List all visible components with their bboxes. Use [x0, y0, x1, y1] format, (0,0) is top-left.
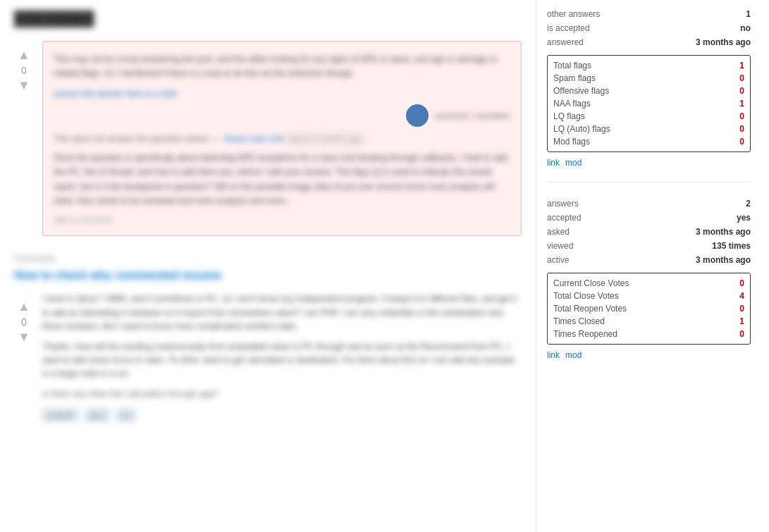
mod-link-top[interactable]: mod: [565, 158, 582, 168]
question-section: How to check why commented resume ▲ 0 ▼ …: [14, 269, 522, 421]
question-tags: android java ios: [42, 409, 522, 421]
sidebar-links-bottom: link mod: [547, 350, 751, 360]
vote-up-icon-2[interactable]: ▲: [18, 299, 30, 314]
vote-count: 0: [21, 65, 27, 76]
question-footer: Is there any other this calculation thro…: [42, 388, 522, 401]
times-reopened-label: Times Reopened: [553, 329, 617, 339]
cv-row-times-closed: Times Closed 1: [553, 315, 744, 328]
link-link-top[interactable]: link: [547, 158, 560, 168]
asked-value: 3 months ago: [696, 227, 751, 237]
answer-block-1: This may not be a truly answering the po…: [42, 41, 522, 236]
stat-other-answers: other answers 1: [547, 7, 751, 21]
mod-flags-label: Mod flags: [553, 137, 590, 147]
naa-flags-label: NAA flags: [553, 99, 591, 109]
vote-down-icon-2[interactable]: ▼: [18, 330, 30, 345]
lq-auto-flags-label: LQ (Auto) flags: [553, 124, 610, 134]
question-code: Thanks. How will the sending continuouse…: [42, 340, 522, 381]
answered-label: answered: [547, 37, 584, 47]
sidebar-links-top: link mod: [547, 158, 751, 168]
flags-row-lq: LQ flags 0: [553, 110, 744, 123]
answer-section-1: ▲ 0 ▼ This may not be a truly answering …: [42, 41, 522, 236]
question-title: How to check why commented resume: [14, 269, 522, 282]
total-flags-value: 1: [739, 61, 744, 70]
flags-row-lq-auto: LQ (Auto) flags 0: [553, 123, 744, 135]
flags-row-offensive: Offensive flags 0: [553, 85, 744, 97]
question-body-wrapper: ▲ 0 ▼ I work in about 7 NMR, and it some…: [42, 292, 522, 421]
total-close-votes-label: Total Close Votes: [553, 291, 619, 301]
cv-row-current: Current Close Votes 0: [553, 277, 744, 290]
vote-area-1: ▲ 0 ▼: [18, 48, 30, 93]
sidebar-section-top: other answers 1 is accepted no answered …: [547, 7, 751, 168]
flags-row-spam: Spam flags 0: [553, 72, 744, 85]
cv-row-reopen: Total Reopen Votes 0: [553, 302, 744, 315]
page-title: ████████: [14, 11, 522, 27]
is-accepted-value: no: [740, 23, 751, 33]
answered-value: 3 months ago: [696, 37, 751, 47]
is-accepted-label: is accepted: [547, 23, 590, 33]
sidebar-divider: [547, 182, 751, 183]
answers-label: answers: [547, 199, 579, 209]
lq-auto-flags-value: 0: [739, 124, 744, 134]
stat-asked: asked 3 months ago: [547, 225, 751, 239]
user-row-1: username • reputation: [54, 104, 510, 127]
user-info-1: username • reputation: [434, 111, 510, 120]
times-closed-value: 1: [739, 316, 744, 326]
stat-answers: answers 2: [547, 197, 751, 211]
stat-accepted: accepted yes: [547, 211, 751, 225]
vote-count-2: 0: [21, 316, 27, 328]
cv-row-times-reopened: Times Reopened 0: [553, 328, 744, 340]
stat-answered: answered 3 months ago: [547, 35, 751, 49]
naa-flags-value: 1: [739, 99, 744, 109]
other-answers-label: other answers: [547, 9, 600, 19]
user-avatar-1: [406, 104, 429, 127]
other-answers-value: 1: [746, 9, 751, 19]
answer-body-long: Since the question is specifically about…: [54, 151, 510, 209]
sidebar-section-bottom: answers 2 accepted yes asked 3 months ag…: [547, 197, 751, 360]
viewed-value: 135 times: [712, 241, 751, 251]
total-reopen-votes-value: 0: [739, 304, 744, 314]
spam-flags-value: 0: [739, 73, 744, 83]
accepted-value: yes: [737, 213, 751, 223]
flags-box: Total flags 1 Spam flags 0 Offensive fla…: [547, 55, 751, 152]
spam-flags-label: Spam flags: [553, 73, 596, 83]
offensive-flags-label: Offensive flags: [553, 86, 609, 96]
flags-row-naa: NAA flags 1: [553, 97, 744, 110]
vote-down-icon[interactable]: ▼: [18, 78, 30, 93]
times-reopened-value: 0: [739, 329, 744, 339]
accepted-label: accepted: [547, 213, 582, 223]
stat-active: active 3 months ago: [547, 253, 751, 267]
add-comment-1[interactable]: add a comment: [54, 215, 510, 225]
lq-flags-value: 0: [739, 111, 744, 121]
stat-viewed: viewed 135 times: [547, 239, 751, 253]
close-votes-box: Current Close Votes 0 Total Close Votes …: [547, 273, 751, 345]
cv-row-total: Total Close Votes 4: [553, 290, 744, 302]
total-close-votes-value: 4: [739, 291, 744, 301]
vote-up-icon[interactable]: ▲: [18, 48, 30, 63]
times-closed-label: Times Closed: [553, 316, 605, 326]
viewed-label: viewed: [547, 241, 573, 251]
current-close-votes-value: 0: [739, 278, 744, 288]
main-content: ████████ ▲ 0 ▼ This may not be a truly a…: [0, 0, 536, 532]
active-value: 3 months ago: [696, 255, 751, 265]
link-link-bottom[interactable]: link: [547, 350, 560, 360]
lq-flags-label: LQ flags: [553, 111, 585, 121]
sidebar: other answers 1 is accepted no answered …: [536, 0, 761, 532]
answer-text-1: This may not be a truly answering the po…: [54, 52, 510, 81]
answers-value: 2: [746, 199, 751, 209]
offensive-flags-value: 0: [739, 86, 744, 96]
flags-row-total: Total flags 1: [553, 59, 744, 72]
page-wrapper: ████████ ▲ 0 ▼ This may not be a truly a…: [0, 0, 769, 532]
total-flags-label: Total flags: [553, 61, 591, 70]
mod-flags-value: 0: [739, 137, 744, 147]
mod-link-bottom[interactable]: mod: [565, 350, 582, 360]
section-label: Comments: [14, 254, 522, 264]
flags-row-mod: Mod flags 0: [553, 135, 744, 148]
question-body-1: I work in about 7 NMR, and it sometimes …: [42, 292, 522, 333]
answer-note-1: This does not answer the question asked.…: [54, 134, 510, 144]
total-reopen-votes-label: Total Reopen Votes: [553, 304, 627, 314]
active-label: active: [547, 255, 569, 265]
asked-label: asked: [547, 227, 570, 237]
answer-link-1[interactable]: source link answer here is a click: [54, 89, 177, 99]
vote-area-2: ▲ 0 ▼: [18, 299, 30, 345]
stat-is-accepted: is accepted no: [547, 21, 751, 35]
